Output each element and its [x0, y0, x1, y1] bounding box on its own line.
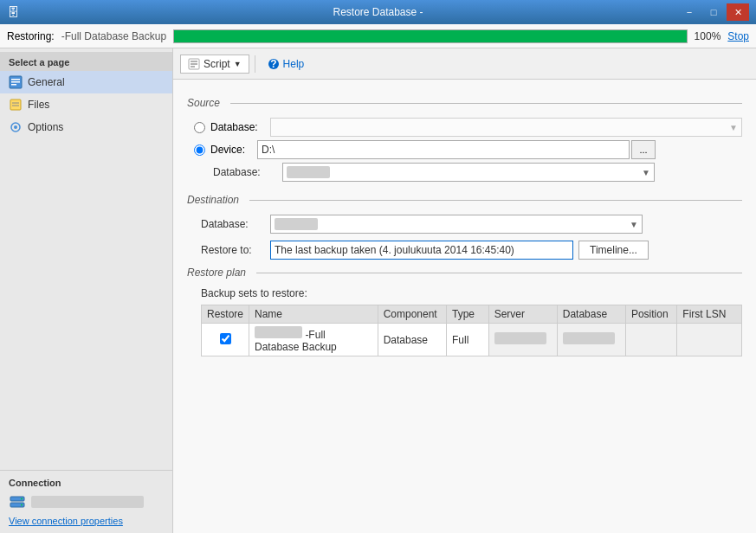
sidebar-item-options[interactable]: Options — [0, 116, 172, 138]
sidebar-item-general[interactable]: General — [0, 71, 172, 93]
col-type: Type — [447, 305, 489, 324]
col-component: Component — [378, 305, 446, 324]
sidebar-item-files[interactable]: Files — [0, 93, 172, 116]
name-cell: -Full Database Backup — [249, 324, 378, 356]
svg-rect-4 — [10, 100, 21, 110]
database2-select[interactable]: ▼ — [282, 163, 655, 182]
restore-plan-divider — [256, 273, 742, 273]
restore-cell — [202, 324, 249, 356]
svg-rect-1 — [11, 79, 20, 80]
sidebar-files-label: Files — [28, 99, 49, 111]
server-icon — [9, 493, 26, 511]
restore-to-row: Restore to: The last backup taken (4. jo… — [187, 241, 742, 260]
progress-area: Restoring: -Full Database Backup 100% St… — [0, 24, 756, 48]
script-icon — [188, 58, 200, 70]
restore-checkbox[interactable] — [220, 333, 231, 344]
database2-dropdown-arrow: ▼ — [642, 168, 650, 177]
general-icon — [9, 75, 23, 89]
help-icon: ? — [268, 58, 280, 70]
source-section-header: Source — [187, 97, 742, 109]
database2-blurred — [287, 166, 330, 178]
connection-section: Connection View connection properties — [0, 470, 172, 533]
database2-label: Database: — [213, 166, 282, 178]
destination-divider — [249, 200, 742, 201]
type-cell: Full — [447, 324, 489, 356]
db-blurred — [563, 332, 615, 344]
view-connection-link[interactable]: View connection properties — [9, 516, 164, 526]
sidebar: Select a page General Files Options Conn… — [0, 48, 173, 533]
first-lsn-cell — [677, 324, 742, 356]
dest-database-blurred — [275, 218, 318, 230]
database-radio-row: Database: ▼ — [187, 118, 742, 137]
close-button[interactable]: ✕ — [727, 3, 749, 21]
device-radio[interactable] — [194, 144, 205, 156]
app-icon: 🗄 — [7, 5, 19, 19]
database2-row: Database: ▼ — [187, 163, 742, 182]
backup-sets-label: Backup sets to restore: — [201, 287, 742, 299]
svg-rect-3 — [11, 84, 16, 86]
backup-sets-area: Backup sets to restore: Restore Name Com… — [187, 287, 742, 356]
col-position: Position — [625, 305, 676, 324]
main-layout: Select a page General Files Options Conn… — [0, 48, 756, 533]
sidebar-general-label: General — [28, 76, 65, 88]
sidebar-options-label: Options — [28, 121, 63, 133]
server-blurred — [494, 332, 546, 344]
form-area: Source Database: ▼ Device: D:\ ... — [173, 80, 756, 533]
connection-row — [9, 493, 164, 511]
table-row: -Full Database Backup Database Full — [202, 324, 742, 356]
stop-button[interactable]: Stop — [727, 30, 749, 42]
content-area: Script ▼ ? Help Source Database: — [173, 48, 756, 533]
dest-database-label: Database: — [201, 218, 270, 230]
dest-database-select[interactable]: ▼ — [270, 215, 643, 234]
restore-to-input[interactable]: The last backup taken (4. joulukuuta 201… — [270, 241, 573, 260]
device-radio-label: Device: — [210, 144, 245, 156]
help-label: Help — [283, 58, 305, 70]
source-label: Source — [187, 97, 220, 109]
script-label: Script — [204, 58, 230, 70]
window-controls: − □ ✕ — [678, 3, 749, 21]
db-name-label: -Full Database Backup — [61, 30, 166, 42]
database-cell — [557, 324, 625, 356]
destination-database-row: Database: ▼ — [187, 215, 742, 234]
restore-plan-label: Restore plan — [187, 266, 246, 279]
script-button[interactable]: Script ▼ — [180, 55, 249, 74]
destination-section-header: Destination — [187, 194, 742, 206]
position-cell — [625, 324, 676, 356]
sidebar-section-title: Select a page — [0, 52, 172, 71]
restoring-label: Restoring: — [7, 30, 55, 42]
svg-point-11 — [21, 498, 23, 500]
connection-server-name — [31, 496, 144, 508]
col-name: Name — [249, 305, 378, 324]
name-blurred — [255, 326, 302, 338]
database-radio-label: Database: — [210, 121, 258, 133]
restore-to-label: Restore to: — [201, 244, 270, 256]
source-divider — [230, 103, 742, 104]
help-button[interactable]: ? Help — [261, 55, 312, 73]
svg-point-12 — [21, 504, 23, 506]
svg-text:?: ? — [270, 58, 276, 70]
backup-table: Restore Name Component Type Server Datab… — [201, 305, 742, 356]
svg-point-8 — [14, 125, 17, 129]
title-bar: 🗄 Restore Database - − □ ✕ — [0, 0, 756, 24]
script-dropdown-arrow: ▼ — [234, 60, 242, 68]
minimize-button[interactable]: − — [678, 3, 701, 21]
dest-database-dropdown-arrow: ▼ — [630, 220, 638, 229]
database-radio[interactable] — [194, 122, 205, 133]
window-title: Restore Database - — [0, 6, 756, 18]
toolbar: Script ▼ ? Help — [173, 48, 756, 80]
restore-plan-section-header: Restore plan — [187, 266, 742, 279]
database-dropdown-arrow: ▼ — [729, 123, 738, 132]
database-select[interactable]: ▼ — [270, 118, 742, 137]
browse-button[interactable]: ... — [631, 140, 656, 159]
title-bar-left: 🗄 — [7, 5, 19, 19]
col-restore: Restore — [202, 305, 249, 324]
device-radio-row: Device: D:\ ... — [187, 140, 742, 159]
options-icon — [9, 120, 23, 134]
timeline-button[interactable]: Timeline... — [578, 241, 649, 260]
device-input[interactable]: D:\ — [257, 140, 630, 159]
progress-track — [173, 29, 688, 43]
maximize-button[interactable]: □ — [702, 3, 725, 21]
col-first-lsn: First LSN — [677, 305, 742, 324]
files-icon — [9, 98, 23, 112]
col-server: Server — [488, 305, 557, 324]
